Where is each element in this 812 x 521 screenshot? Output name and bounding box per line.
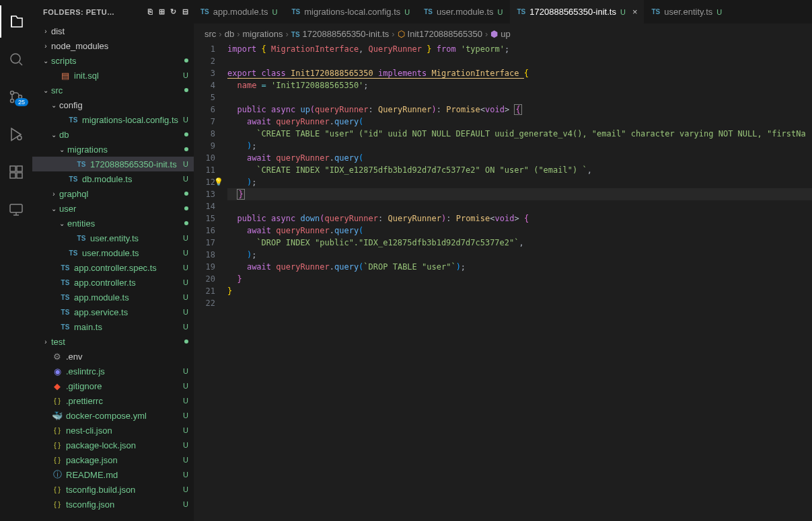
code-line[interactable]: } [227,188,812,200]
breadcrumb[interactable]: src›db›migrations›TS1720888565350-init.t… [194,24,812,43]
folder-item[interactable]: ›node_modules [32,38,194,53]
chevron-right-icon: › [48,190,59,198]
editor-tab[interactable]: TSapp.module.tsU [194,0,285,24]
file-item[interactable]: TSuser.module.tsU [32,245,194,260]
git-status: U [183,264,188,272]
file-item[interactable]: TSapp.controller.spec.tsU [32,260,194,275]
file-item[interactable]: TS1720888565350-init.tsU [32,157,194,171]
ts-icon: TS [59,264,71,272]
close-icon[interactable]: × [632,7,638,17]
file-item[interactable]: ◆.gitignoreU [32,378,194,393]
breadcrumb-item[interactable]: ⬢up [490,29,510,39]
editor-tab[interactable]: TSuser.module.tsU [417,0,510,24]
breadcrumb-item[interactable]: db [225,29,234,39]
file-item[interactable]: { }.prettierrcU [32,393,194,408]
line-number: 19 [194,261,215,273]
chevron-right-icon: › [40,338,51,346]
explorer-icon[interactable] [0,5,32,38]
code-line[interactable]: name = 'Init1720888565350'; [227,79,812,91]
file-item[interactable]: TSdb.module.tsU [32,171,194,186]
folder-item[interactable]: ⌄migrations [32,142,194,157]
extensions-icon[interactable] [0,156,32,188]
folder-item[interactable]: ›graphql [32,186,194,201]
lightbulb-icon[interactable]: 💡 [214,176,223,188]
file-item[interactable]: { }package.jsonU [32,452,194,467]
folder-item[interactable]: ⌄entities [32,216,194,231]
code-line[interactable]: } [227,273,812,285]
editor-tab[interactable]: TSuser.entity.tsU [644,0,729,24]
code-line[interactable]: 💡 ); [227,176,812,188]
file-item[interactable]: { }tsconfig.build.jsonU [32,482,194,497]
folder-item[interactable]: ⌄config [32,97,194,112]
file-item[interactable]: TSuser.entity.tsU [32,231,194,245]
file-item[interactable]: TSapp.controller.tsU [32,275,194,290]
gear-icon: ⚙ [51,352,63,362]
run-debug-icon[interactable] [0,118,32,151]
file-item[interactable]: { }package-lock.jsonU [32,438,194,452]
new-folder-icon[interactable]: ⊞ [159,7,165,16]
code-line[interactable] [227,55,812,67]
code-content[interactable]: import { MigrationInterface, QueryRunner… [227,43,812,521]
code-line[interactable]: export class Init1720888565350 implement… [227,67,812,79]
editor-tab[interactable]: TS1720888565350-init.tsU× [510,0,644,24]
file-item[interactable]: TSapp.module.tsU [32,290,194,305]
code-line[interactable]: public async down(queryRunner: QueryRunn… [227,212,812,225]
code-line[interactable]: ); [227,140,812,152]
breadcrumb-item[interactable]: src [205,29,216,39]
file-item[interactable]: 🐳docker-compose.ymlU [32,408,194,423]
code-line[interactable]: import { MigrationInterface, QueryRunner… [227,43,812,55]
code-line[interactable]: `CREATE TABLE "user" ("id" uuid NOT NULL… [227,128,812,140]
file-item[interactable]: ◉.eslintrc.jsU [32,364,194,378]
breadcrumb-item[interactable]: ⬡Init1720888565350 [398,29,482,39]
line-number: 21 [194,285,215,297]
folder-item[interactable]: ›dist [32,24,194,38]
folder-item[interactable]: ⌄scripts [32,53,194,68]
breadcrumb-item[interactable]: TS1720888565350-init.ts [291,29,389,39]
code-line[interactable]: `DROP INDEX "public"."IDX_e12875dfb3b1d9… [227,237,812,249]
file-item[interactable]: ⓘREADME.mdU [32,467,194,482]
line-number: 2 [194,55,215,67]
code-line[interactable]: await queryRunner.query( [227,225,812,237]
editor[interactable]: 12345678910111213141516171819202122 impo… [194,43,812,521]
breadcrumb-item[interactable]: migrations [243,29,283,39]
search-icon[interactable] [0,43,32,75]
new-file-icon[interactable]: ⎘ [148,7,153,16]
remote-icon[interactable] [0,194,32,226]
file-item[interactable]: TSmain.tsU [32,319,194,334]
collapse-icon[interactable]: ⊟ [182,7,189,16]
code-line[interactable]: await queryRunner.query(`DROP TABLE "use… [227,261,812,273]
git-status: U [183,293,188,301]
json-icon: { } [51,427,63,434]
folder-item[interactable]: ⌄db [32,127,194,142]
file-item[interactable]: ▤init.sqlU [32,68,194,83]
code-line[interactable]: ); [227,249,812,261]
file-item[interactable]: TSapp.service.tsU [32,305,194,319]
folder-item[interactable]: ⌄src [32,83,194,97]
refresh-icon[interactable]: ↻ [170,7,177,16]
folder-item[interactable]: ⌄user [32,201,194,216]
code-line[interactable]: } [227,285,812,297]
code-line[interactable]: `CREATE INDEX "IDX_e12875dfb3b1d92d7d7c5… [227,164,812,176]
git-status: U [183,160,188,168]
code-line[interactable] [227,91,812,104]
file-item[interactable]: TSmigrations-local.config.tsU [32,112,194,127]
chevron-down-icon: ⌄ [48,131,59,138]
code-line[interactable]: await queryRunner.query( [227,116,812,128]
file-item[interactable]: { }tsconfig.jsonU [32,497,194,512]
source-control-icon[interactable]: 25 [0,81,32,113]
file-item[interactable]: { }nest-cli.jsonU [32,423,194,438]
folder-item[interactable]: ›test [32,334,194,349]
chevron-down-icon: ⌄ [57,146,67,153]
code-line[interactable]: public async up(queryRunner: QueryRunner… [227,104,812,116]
ts-icon: TS [517,8,525,15]
code-line[interactable] [227,297,812,309]
line-number: 6 [194,104,215,116]
code-line[interactable]: await queryRunner.query( [227,152,812,164]
tree-label: node_modules [51,41,188,51]
file-tree[interactable]: ›dist›node_modules⌄scripts▤init.sqlU⌄src… [32,24,194,521]
tree-label: docker-compose.yml [66,411,180,421]
code-line[interactable] [227,200,812,212]
editor-tab[interactable]: TSmigrations-local.config.tsU [285,0,417,24]
tree-label: user [59,204,182,214]
file-item[interactable]: ⚙.env [32,349,194,364]
